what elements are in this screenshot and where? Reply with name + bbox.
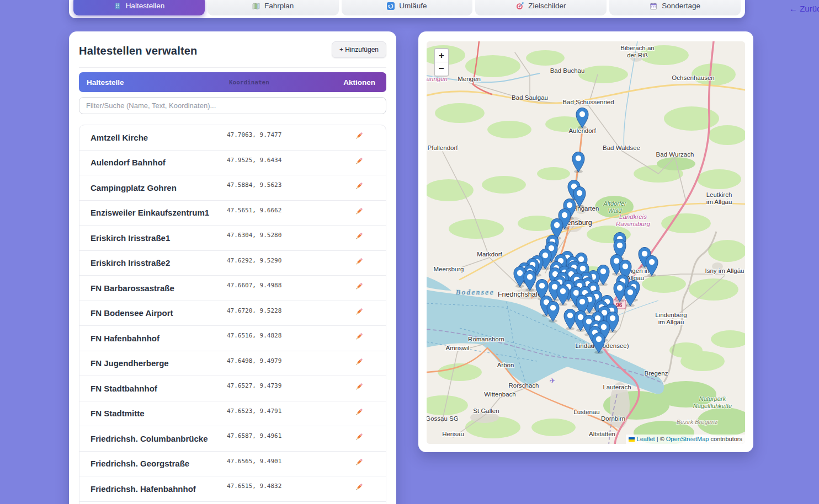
edit-stop-button[interactable]	[354, 307, 364, 317]
stop-name: FN Barbarossastraße	[79, 283, 174, 293]
target-icon	[516, 2, 524, 10]
map-label: Arbon	[497, 362, 514, 368]
map-label: Gossau SG	[427, 415, 459, 422]
filter-search-input[interactable]	[79, 97, 386, 114]
stop-name: Eriskirch Irisstraße1	[79, 233, 170, 243]
column-haltestelle: Haltestelle	[79, 78, 124, 87]
map-label: Pfullendorf	[428, 144, 459, 151]
edit-stop-button[interactable]	[354, 131, 364, 141]
edit-stop-button[interactable]	[354, 207, 364, 216]
back-link[interactable]: ← Zurück	[789, 4, 819, 13]
tab-haltestellen[interactable]: Haltestellen	[73, 0, 205, 15]
edit-stop-button[interactable]	[354, 332, 364, 341]
map-label: Rorschach	[509, 382, 539, 389]
stop-coordinates: 47.9525, 9.6434	[227, 157, 281, 164]
add-stop-button[interactable]: + Hinzufügen	[332, 41, 386, 58]
edit-stop-button[interactable]	[354, 232, 364, 241]
map-label: Isny im Allgäu	[705, 267, 744, 274]
map-panel: + −	[418, 31, 753, 452]
attribution-copyright: ©	[660, 436, 664, 442]
table-row: FN Jugendherberge47.6498, 9.4979	[79, 351, 386, 377]
tab-sondertage[interactable]: Sondertage	[609, 0, 741, 15]
edit-stop-button[interactable]	[354, 458, 364, 467]
cycle-arrows-icon	[387, 2, 395, 10]
map-label: Bad Saulgau	[512, 94, 548, 101]
zoom-out-button[interactable]: −	[435, 62, 448, 76]
stop-name: FN Stadtmitte	[79, 409, 145, 418]
edit-stop-button[interactable]	[354, 357, 364, 367]
attribution-suffix: contributors	[711, 436, 742, 442]
map-label: Wittenbach	[484, 391, 516, 398]
divider	[79, 67, 386, 68]
table-row: Enzisweiler Einkaufszentrum147.5651, 9.6…	[79, 201, 386, 226]
table-row: Eriskirch Irisstraße247.6292, 9.5290	[79, 251, 386, 276]
stop-coordinates: 47.6565, 9.4901	[227, 458, 281, 465]
stop-name: FN Jugendherberge	[79, 358, 169, 368]
stop-coordinates: 47.5884, 9.5623	[227, 181, 281, 189]
map-zoom-control: + −	[434, 48, 449, 77]
edit-stop-button[interactable]	[354, 408, 364, 417]
map-label: LandkreisRavensburg	[616, 213, 651, 227]
map-label: Bad Wurzach	[656, 151, 694, 158]
table-row: Amtzell Kirche47.7063, 9.7477	[79, 125, 386, 151]
map-canvas[interactable]: + −	[427, 41, 745, 444]
table-row: FN Stadtmitte47.6523, 9.4791	[79, 401, 386, 427]
attribution-separator: |	[657, 436, 658, 442]
edit-stop-button[interactable]	[354, 432, 364, 442]
edit-stop-button[interactable]	[354, 382, 364, 392]
stop-coordinates: 47.6304, 9.5280	[227, 232, 281, 239]
table-row: FN Barbarossastraße47.6607, 9.4988	[79, 276, 386, 301]
edit-stop-button[interactable]	[354, 181, 364, 191]
table-row: Friedrichsh. Georgstraße47.6565, 9.4901	[79, 452, 386, 477]
tab-label: Zielschilder	[528, 2, 566, 10]
stop-name: FN Stadtbahnhof	[79, 384, 157, 393]
stop-name: FN Bodensee Airport	[79, 308, 173, 318]
osm-link[interactable]: OpenStreetMap	[666, 436, 709, 442]
map-label: Lindenbergim Allgäu	[655, 312, 687, 325]
map-attribution: Leaflet | © OpenStreetMap contributors	[626, 435, 745, 444]
stop-name: Friedrichsh. Hafenbahnhof	[79, 484, 196, 494]
page-title: Haltestellen verwalten	[79, 45, 198, 57]
leaflet-link[interactable]: Leaflet	[637, 436, 655, 442]
map-label: Altstätten	[589, 431, 615, 437]
stop-coordinates: 47.6587, 9.4961	[227, 432, 281, 439]
map-label: Bad Waldsee	[603, 144, 640, 151]
stop-coordinates: 47.6515, 9.4832	[227, 482, 281, 490]
tab-label: Fahrplan	[264, 2, 294, 10]
tab-zielschilder[interactable]: Zielschilder	[475, 0, 607, 15]
table-header: Haltestelle Koordinaten Aktionen	[79, 72, 386, 92]
stop-name: Aulendorf Bahnhof	[79, 158, 166, 167]
map-label: Leutkirchim Allgäu	[706, 191, 732, 205]
table-row: Eriskirch Irisstraße147.6304, 9.5280	[79, 226, 386, 251]
zoom-in-button[interactable]: +	[435, 49, 448, 62]
map-label: Lauterach	[603, 384, 631, 390]
stop-coordinates: 47.6527, 9.4739	[227, 382, 281, 389]
tab-umläufe[interactable]: Umläufe	[342, 0, 473, 15]
map-label: St Gallen	[473, 408, 499, 414]
tab-label: Haltestellen	[126, 2, 165, 10]
tab-label: Umläufe	[399, 2, 427, 10]
map-label: Lustenau	[573, 409, 599, 415]
edit-stop-button[interactable]	[354, 482, 364, 492]
stop-coordinates: 47.6292, 9.5290	[227, 257, 281, 264]
map-label: Herisau	[442, 431, 464, 437]
map-label: Bodensee	[456, 288, 494, 296]
stop-coordinates: 47.6523, 9.4791	[227, 408, 281, 415]
stop-name: Friedrichsh. Columbanbrücke	[79, 434, 208, 443]
tab-label: Sondertage	[662, 2, 700, 10]
map-label: Bezirk Bregenz	[677, 419, 718, 425]
bus-stop-icon	[114, 2, 121, 10]
tab-fahrplan[interactable]: Fahrplan	[208, 0, 339, 15]
map-label: Dornbirn	[601, 415, 625, 422]
table-row: Aulendorf Bahnhof47.9525, 9.6434	[79, 151, 386, 176]
edit-stop-button[interactable]	[354, 257, 364, 266]
stop-name: Amtzell Kirche	[79, 133, 148, 142]
table-row: Friedrichsh. Columbanbrücke47.6587, 9.49…	[79, 426, 386, 452]
edit-stop-button[interactable]	[354, 157, 364, 166]
stop-coordinates: 47.7063, 9.7477	[227, 131, 281, 138]
stops-panel: Haltestellen verwalten + Hinzufügen Halt…	[69, 31, 396, 504]
stop-name: Campingplatz Gohren	[79, 183, 177, 192]
table-row: FN Bodensee Airport47.6720, 9.5228	[79, 301, 386, 326]
edit-stop-button[interactable]	[354, 282, 364, 291]
map-label: Meersburg	[434, 266, 464, 272]
